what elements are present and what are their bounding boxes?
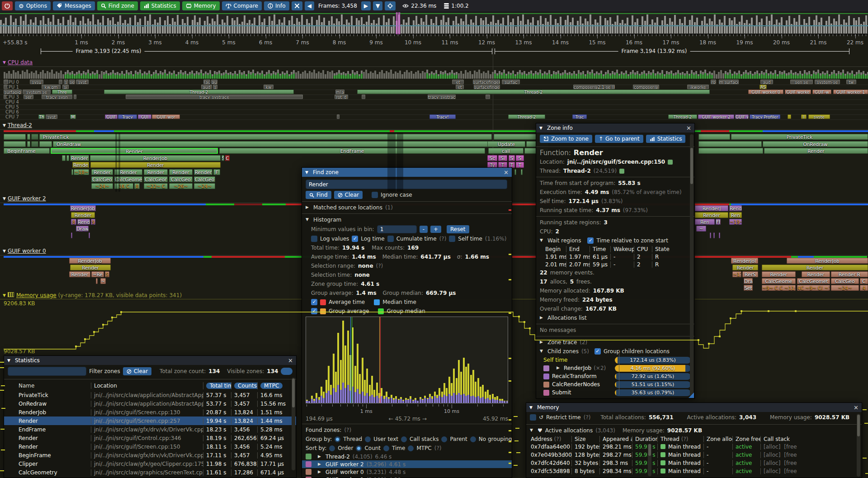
zoom-to-zone-button[interactable]: Zoom to zone [540,135,592,143]
log-time-checkbox[interactable]: ✓ [352,236,358,242]
timeline-zone[interactable] [27,134,30,140]
timeline-zone[interactable]: AS [760,85,767,89]
timeline-zone[interactable]: S [222,155,224,161]
bin-minus-button[interactable]: - [420,226,428,233]
alloc-callstack-button[interactable]: [alloc] [764,460,780,466]
collapse-icon[interactable]: ▼ [7,358,10,363]
timeline-zone[interactable]: m|a [335,90,344,94]
timeline-zone[interactable]: GUIF worker 1 [833,90,868,94]
free-callstack-button[interactable]: [free [784,452,797,458]
collapse-icon[interactable]: ▼ [539,126,542,130]
timeline-zone[interactable]: 4C ~9~ C( ~10 [797,285,830,291]
timeline-zone[interactable]: CalcGeor [144,176,168,182]
legend-checkbox[interactable]: ✓ [311,299,317,305]
expand-icon[interactable]: ▶ [557,364,560,371]
group-by-parent[interactable] [441,436,447,442]
timeline-zone[interactable]: ~17~ [732,271,741,277]
child-zone-row[interactable]: RecalcTransform72.92 us (1.62%) [536,372,694,380]
timeline-zone[interactable] [710,232,711,238]
group-by-no-grouping[interactable] [470,436,476,442]
timeline-zone[interactable]: RenderJob [69,258,111,264]
timeline-zone[interactable]: Rend [729,205,742,211]
expand-icon[interactable]: ▶ [318,476,321,478]
timeline-zone[interactable]: Thre [52,90,72,94]
timeline-zone[interactable]: aud [760,80,773,84]
timeline-zone[interactable]: Set [744,285,753,291]
timeline-zone[interactable] [27,141,30,147]
timeline-zone[interactable] [4,85,7,89]
close-icon[interactable]: ✕ [504,169,509,176]
timeline-zone[interactable]: GUIF worke [785,90,811,94]
timeline-zone[interactable]: ~9~ C C ~11~ [762,285,796,291]
expand-icon[interactable]: ▶ [318,468,321,475]
collapse-icon[interactable]: ▼ [540,347,543,355]
statistics-scrollbar[interactable] [292,378,295,470]
timeline-zone[interactable]: syst [46,114,57,119]
bin-plus-button[interactable]: + [430,226,441,233]
timeline-zone[interactable]: Render [70,155,89,161]
timeline-zone[interactable]: Rende [72,162,89,168]
found-zone-group[interactable]: ▶GUIF worker 2(3,296)4.61 s [302,460,512,468]
collapse-icon[interactable]: ▼ [529,405,533,410]
timeline-zone[interactable]: RenderJob [70,205,96,211]
allocation-row[interactable]: 0x7dfc42d64032 bytes298.3 ms59.95 sMain … [528,459,860,467]
timeline-zone[interactable]: CalcGeo [831,278,859,284]
timeline-zone[interactable]: surfacefinger [473,80,500,84]
timeline-zone[interactable]: Render [762,271,796,277]
timeline-zone[interactable]: Tracy Profiler [750,114,780,119]
timeline-zone[interactable] [788,114,791,119]
timeline-zone[interactable]: ser [24,95,33,99]
timeline-zone[interactable]: ~26~ [169,183,193,189]
timeline-zone[interactable]: surfac [502,80,520,84]
timeline-zone[interactable]: Render [144,169,168,175]
timeline-zone[interactable]: S [516,155,524,161]
timeline-zone[interactable]: et [452,80,464,84]
timeline-zone[interactable]: si [62,85,69,89]
statistics-row[interactable]: Renderjni/../jni/src/guif/Screen.cpp:150… [4,442,296,451]
timeline-zone[interactable]: Render [194,169,212,175]
timeline-zone[interactable]: GUIF worker 2 [698,114,734,119]
timeline-zone[interactable] [486,95,490,99]
min-bin-input[interactable] [377,225,417,233]
timeline-zone[interactable]: GUIF [105,114,118,119]
timeline-zone[interactable] [62,155,66,161]
timeline-zone[interactable]: ikworke [687,85,709,89]
sort-column-counts[interactable]: Counts [234,383,257,389]
timeline-zone[interactable]: Render [695,212,728,218]
timeline-zone[interactable]: Trac [572,114,587,119]
timeline-zone[interactable]: Render [169,169,193,175]
zone-statistics-button[interactable]: Statistics [646,135,686,143]
timeline-zone[interactable]: Ren [695,219,715,225]
statistics-row[interactable]: Clipperjni/../jni/src/claw/gfx/geo/Clipp… [4,459,296,468]
zone-info-window-titlebar[interactable]: ▼Zone info✕ [536,123,694,133]
filter-zones-input[interactable] [8,367,86,376]
timeline-zone[interactable]: 9 [91,219,95,225]
timeline-zone[interactable]: surfaojg [4,90,22,94]
sort-by-mtpc[interactable] [408,445,414,451]
timeline-zone[interactable]: 4 [860,285,868,291]
timeline-zone[interactable] [4,95,6,99]
timeline-zone[interactable]: 16 C [114,183,133,189]
timeline-zone[interactable]: s [64,80,68,84]
timeline-zone[interactable]: ro [711,80,716,84]
timeline-zone[interactable]: Render [51,148,218,154]
timeline-zone[interactable]: RenderJol [731,258,758,264]
timeline-zone[interactable]: BeginFrame [4,148,50,154]
sort-by-order[interactable] [329,445,335,451]
timeline-zone[interactable]: Th [38,114,45,119]
timeline-zone[interactable]: Render [732,265,758,270]
thread-header-guif-worker-0[interactable]: ▼GUIF worker 0 [3,248,46,255]
timeline-zone[interactable]: GUIF-w [812,90,831,94]
expand-icon[interactable]: ▶ [540,314,543,321]
timeline-zone[interactable]: M [70,114,76,119]
timeline-zone[interactable]: call [488,148,524,154]
timeline-zone[interactable]: ~19~ [729,219,742,225]
timeline-zone[interactable]: 5 [105,271,109,277]
sort-column-total-tim[interactable]: Total tim [206,383,231,389]
legend-checkbox[interactable]: ✓ [311,308,317,314]
timeline-zone[interactable]: Render [764,148,868,154]
statistics-row[interactable]: PrivateTickjni/../jni/src/claw/applicati… [4,391,296,399]
timeline-zone[interactable] [698,148,763,154]
group-by-call-stacks[interactable] [401,436,407,442]
statistics-row[interactable]: BeginFramejni/../jni/src/claw/gfx/drv/vk… [4,451,296,459]
